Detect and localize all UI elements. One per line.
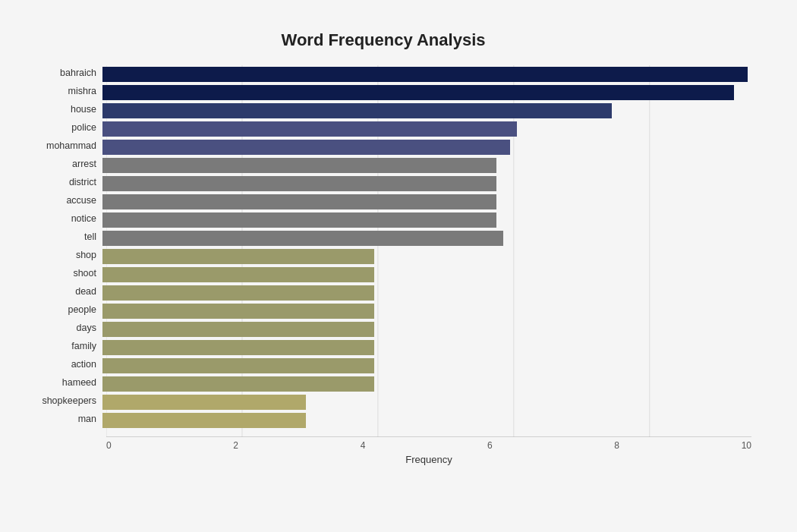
bar-row: shoot (106, 266, 751, 281)
bar (102, 376, 374, 392)
bar-label: bahraich (19, 68, 102, 78)
bar (102, 231, 503, 246)
bar-row: people (106, 302, 751, 317)
bars-container: bahraichmishrahousepolicemohammadarrestd… (106, 65, 751, 430)
bar-label: action (19, 359, 102, 370)
bar (102, 322, 374, 337)
bar (102, 103, 612, 118)
x-tick: 10 (742, 440, 751, 451)
bar-row: district (106, 175, 751, 190)
x-axis: 0246810 Frequency (106, 440, 751, 465)
bar-label: hameed (19, 377, 102, 388)
x-axis-ticks: 0246810 (106, 440, 751, 451)
bar-row: mohammad (106, 138, 751, 153)
bar (102, 358, 374, 373)
bar-row: mishra (106, 83, 751, 99)
bar (102, 194, 496, 209)
bar (102, 340, 374, 355)
bar-row: house (106, 102, 751, 117)
bar-label: shoot (19, 268, 102, 279)
bar (102, 249, 374, 264)
bar-row: man (106, 411, 751, 427)
bar-label: house (19, 104, 102, 115)
bar-row: hameed (106, 375, 751, 390)
bar-row: notice (106, 211, 751, 226)
bar (102, 158, 496, 173)
bar-label: man (19, 414, 102, 424)
bar (102, 67, 748, 82)
chart-title: Word Frequency Analysis (46, 30, 721, 50)
bar-label: police (19, 122, 102, 133)
bar-label: shopkeepers (19, 395, 102, 406)
bar-label: arrest (19, 159, 102, 169)
chart-container: Word Frequency Analysis bahraichmishraho… (15, 15, 782, 532)
bar-row: police (106, 120, 751, 135)
bar-row: dead (106, 284, 751, 299)
bar-row: days (106, 320, 751, 335)
bar-row: accuse (106, 193, 751, 208)
x-axis-label: Frequency (106, 454, 751, 465)
bar (102, 304, 374, 319)
bar (102, 140, 510, 155)
bar-row: arrest (106, 156, 751, 172)
bar-label: mishra (19, 86, 102, 96)
x-tick: 6 (487, 440, 493, 451)
bar-label: family (19, 341, 102, 351)
bar-label: notice (19, 213, 102, 224)
bar-label: dead (19, 286, 102, 297)
x-tick: 8 (614, 440, 619, 451)
bar-label: days (19, 323, 102, 333)
bar-row: bahraich (106, 65, 751, 80)
bar-row: tell (106, 229, 751, 244)
bar (102, 413, 306, 428)
bar (102, 395, 306, 410)
bar-label: accuse (19, 195, 102, 206)
bar (102, 85, 734, 100)
bar-row: shop (106, 247, 751, 263)
bar (102, 285, 374, 301)
bar-row: action (106, 357, 751, 372)
bar-row: shopkeepers (106, 393, 751, 408)
x-tick: 4 (361, 440, 366, 451)
bar-label: people (19, 304, 102, 315)
bar-label: mohammad (19, 140, 102, 151)
bar (102, 121, 517, 137)
bar-label: tell (19, 231, 102, 242)
x-tick: 2 (233, 440, 238, 451)
bar-label: shop (19, 250, 102, 260)
bar (102, 176, 496, 191)
bar-row: family (106, 338, 751, 354)
bar (102, 267, 374, 282)
x-tick: 0 (106, 440, 112, 451)
bar-label: district (19, 177, 102, 187)
chart-inner: bahraichmishrahousepolicemohammadarrestd… (106, 65, 751, 437)
bar (102, 212, 496, 228)
